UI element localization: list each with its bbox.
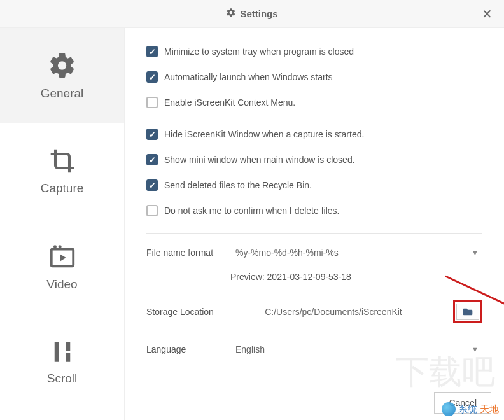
storage-location-value: C:/Users/pc/Documents/iScreenKit [265,307,402,317]
annotation-highlight [453,300,482,323]
browse-folder-button[interactable] [456,304,479,320]
checkbox-auto-launch[interactable] [146,71,158,83]
language-value: English [235,344,265,354]
option-label: Show mini window when main window is clo… [164,155,355,165]
checkbox-context-menu[interactable] [146,97,158,108]
language-select[interactable]: English ▼ [229,339,482,360]
filename-format-value: %y-%mo-%d-%h-%mi-%s [235,248,339,258]
gear-icon [48,51,77,80]
sidebar-item-video[interactable]: Video [0,219,124,314]
checkbox-hide-window[interactable] [146,129,158,140]
settings-panel: Minimize to system tray when program is … [125,28,504,420]
storage-location-field[interactable]: C:/Users/pc/Documents/iScreenKit [229,302,438,322]
filename-format-select[interactable]: %y-%mo-%d-%h-%mi-%s ▼ [229,242,482,263]
checkbox-minimize-tray[interactable] [146,46,158,57]
scroll-icon [49,339,76,365]
gear-icon [226,8,236,20]
svg-rect-5 [66,342,70,351]
option-label: Hide iScreenKit Window when a capture is… [164,129,364,139]
language-row: Language English ▼ [146,330,482,366]
svg-rect-6 [66,353,70,362]
filename-format-label: File name format [146,248,218,258]
sidebar-item-label: Video [46,277,77,291]
svg-point-1 [53,245,57,248]
filename-format-row: File name format %y-%mo-%d-%h-%mi-%s ▼ [146,233,482,269]
filename-preview: Preview: 2021-03-12-09-53-18 [146,269,482,291]
language-label: Language [146,344,218,354]
sidebar-item-label: General [41,87,84,101]
close-icon[interactable]: ✕ [482,8,493,20]
title-bar: Settings ✕ [0,0,504,28]
checkbox-show-mini[interactable] [146,154,158,165]
storage-location-row: Storage Location C:/Users/pc/Documents/i… [146,291,482,330]
video-icon [48,242,77,271]
crop-icon [48,147,76,175]
svg-marker-3 [60,254,66,262]
option-label: Do not ask me to confirm when I delete f… [164,206,339,216]
checkbox-no-confirm-delete[interactable] [146,205,158,216]
sidebar-item-scroll[interactable]: Scroll [0,314,124,410]
option-label: Enable iScreenKit Context Menu. [164,97,295,108]
sidebar-item-capture[interactable]: Capture [0,123,124,219]
chevron-down-icon: ▼ [472,249,479,256]
svg-point-2 [58,245,61,248]
option-label: Send deleted files to the Recycle Bin. [164,180,312,190]
sidebar-item-label: Capture [41,181,84,195]
brand-watermark: 系统天地 [442,402,499,416]
option-label: Automatically launch when Windows starts [164,72,333,82]
svg-rect-4 [54,342,59,362]
window-title-wrap: Settings [226,8,277,20]
window-title: Settings [240,8,277,19]
storage-location-label: Storage Location [146,307,218,317]
sidebar-item-general[interactable]: General [0,28,124,123]
option-label: Minimize to system tray when program is … [164,46,354,57]
checkbox-recycle-bin[interactable] [146,179,158,191]
chevron-down-icon: ▼ [472,346,479,353]
folder-icon [463,307,473,316]
sidebar: General Capture Video Scroll [0,28,125,420]
sidebar-item-label: Scroll [47,372,78,386]
brand-logo-icon [442,402,456,416]
